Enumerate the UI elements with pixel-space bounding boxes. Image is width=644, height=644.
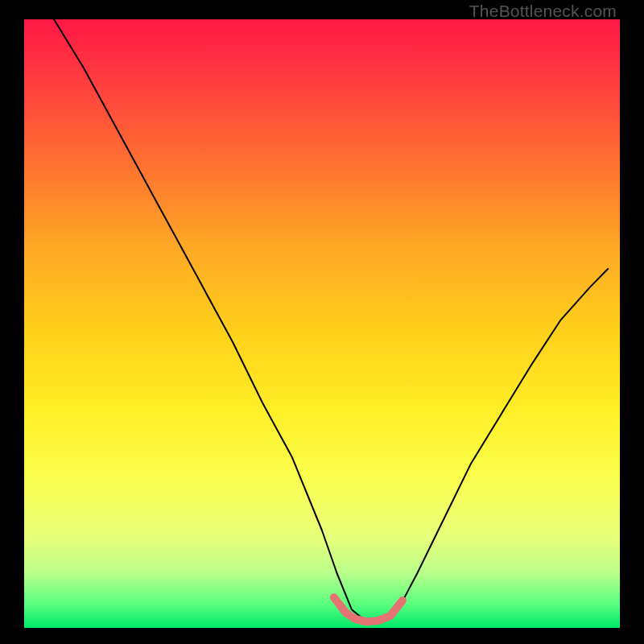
chart-frame xyxy=(24,19,620,628)
bottleneck-chart xyxy=(24,19,620,628)
watermark-text: TheBottleneck.com xyxy=(469,2,617,21)
chart-background xyxy=(24,19,620,628)
